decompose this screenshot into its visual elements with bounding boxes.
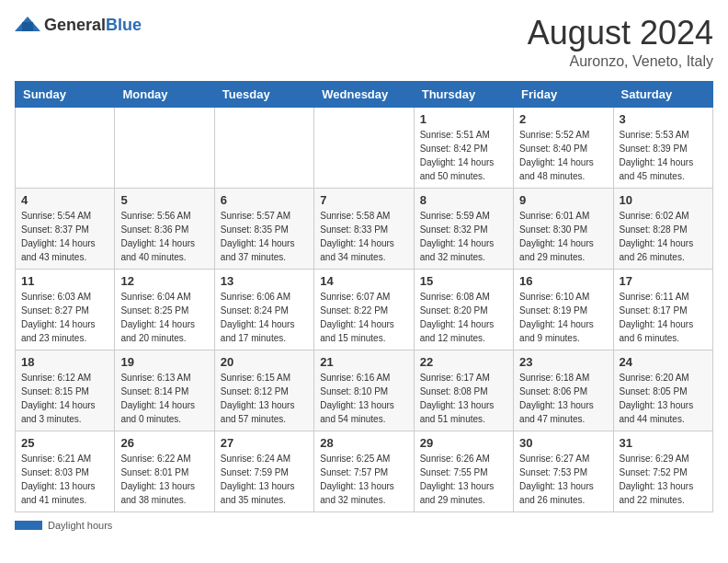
calendar-cell: 20Sunrise: 6:15 AM Sunset: 8:12 PM Dayli… <box>214 350 313 431</box>
day-number: 14 <box>320 274 407 288</box>
day-info: Sunrise: 6:07 AM Sunset: 8:22 PM Dayligh… <box>320 290 407 345</box>
calendar-cell: 1Sunrise: 5:51 AM Sunset: 8:42 PM Daylig… <box>414 107 513 188</box>
day-info: Sunrise: 6:06 AM Sunset: 8:24 PM Dayligh… <box>221 290 308 345</box>
day-info: Sunrise: 6:16 AM Sunset: 8:10 PM Dayligh… <box>320 371 407 426</box>
calendar-cell: 4Sunrise: 5:54 AM Sunset: 8:37 PM Daylig… <box>16 188 115 269</box>
day-info: Sunrise: 5:53 AM Sunset: 8:39 PM Dayligh… <box>620 128 707 183</box>
calendar-cell: 9Sunrise: 6:01 AM Sunset: 8:30 PM Daylig… <box>514 188 613 269</box>
logo: GeneralBlue <box>15 15 142 35</box>
calendar-cell: 8Sunrise: 5:59 AM Sunset: 8:32 PM Daylig… <box>414 188 513 269</box>
calendar-cell: 14Sunrise: 6:07 AM Sunset: 8:22 PM Dayli… <box>314 269 414 350</box>
day-number: 28 <box>320 436 407 450</box>
calendar-cell: 6Sunrise: 5:57 AM Sunset: 8:35 PM Daylig… <box>214 188 313 269</box>
calendar-cell <box>214 107 313 188</box>
day-number: 13 <box>221 274 308 288</box>
title-block: August 2024 Auronzo, Veneto, Italy <box>528 15 713 70</box>
day-info: Sunrise: 6:01 AM Sunset: 8:30 PM Dayligh… <box>519 209 607 264</box>
calendar-cell: 27Sunrise: 6:24 AM Sunset: 7:59 PM Dayli… <box>214 431 313 511</box>
day-number: 31 <box>620 436 707 450</box>
day-number: 26 <box>120 436 208 450</box>
calendar-cell: 15Sunrise: 6:08 AM Sunset: 8:20 PM Dayli… <box>414 269 513 350</box>
calendar-week-row: 25Sunrise: 6:21 AM Sunset: 8:03 PM Dayli… <box>16 431 713 511</box>
day-number: 2 <box>519 112 607 126</box>
calendar-cell: 23Sunrise: 6:18 AM Sunset: 8:06 PM Dayli… <box>514 350 613 431</box>
day-info: Sunrise: 6:27 AM Sunset: 7:53 PM Dayligh… <box>519 452 607 507</box>
day-info: Sunrise: 6:21 AM Sunset: 8:03 PM Dayligh… <box>21 452 108 507</box>
calendar-cell: 19Sunrise: 6:13 AM Sunset: 8:14 PM Dayli… <box>115 350 214 431</box>
day-info: Sunrise: 6:20 AM Sunset: 8:05 PM Dayligh… <box>620 371 707 426</box>
calendar-cell: 18Sunrise: 6:12 AM Sunset: 8:15 PM Dayli… <box>16 350 115 431</box>
day-info: Sunrise: 5:51 AM Sunset: 8:42 PM Dayligh… <box>420 128 507 183</box>
calendar-week-row: 1Sunrise: 5:51 AM Sunset: 8:42 PM Daylig… <box>16 107 713 188</box>
calendar-cell: 29Sunrise: 6:26 AM Sunset: 7:55 PM Dayli… <box>414 431 513 511</box>
day-number: 10 <box>620 193 707 207</box>
day-number: 5 <box>120 193 208 207</box>
day-number: 23 <box>519 355 607 369</box>
calendar-col-wednesday: Wednesday <box>314 81 414 107</box>
day-number: 17 <box>620 274 707 288</box>
day-info: Sunrise: 6:11 AM Sunset: 8:17 PM Dayligh… <box>620 290 707 345</box>
calendar-cell: 28Sunrise: 6:25 AM Sunset: 7:57 PM Dayli… <box>314 431 414 511</box>
calendar-col-saturday: Saturday <box>613 81 712 107</box>
calendar-cell: 24Sunrise: 6:20 AM Sunset: 8:05 PM Dayli… <box>613 350 712 431</box>
calendar-cell: 31Sunrise: 6:29 AM Sunset: 7:52 PM Dayli… <box>613 431 712 511</box>
day-info: Sunrise: 6:10 AM Sunset: 8:19 PM Dayligh… <box>519 290 607 345</box>
day-info: Sunrise: 5:56 AM Sunset: 8:36 PM Dayligh… <box>120 209 208 264</box>
calendar-table: SundayMondayTuesdayWednesdayThursdayFrid… <box>15 81 713 512</box>
calendar-cell: 22Sunrise: 6:17 AM Sunset: 8:08 PM Dayli… <box>414 350 513 431</box>
calendar-cell: 21Sunrise: 6:16 AM Sunset: 8:10 PM Dayli… <box>314 350 414 431</box>
day-number: 15 <box>420 274 507 288</box>
day-number: 4 <box>21 193 108 207</box>
calendar-col-monday: Monday <box>115 81 214 107</box>
logo-general: General <box>44 16 106 34</box>
calendar-cell: 16Sunrise: 6:10 AM Sunset: 8:19 PM Dayli… <box>514 269 613 350</box>
calendar-col-thursday: Thursday <box>414 81 513 107</box>
calendar-cell: 25Sunrise: 6:21 AM Sunset: 8:03 PM Dayli… <box>16 431 115 511</box>
calendar-cell <box>115 107 214 188</box>
day-info: Sunrise: 6:08 AM Sunset: 8:20 PM Dayligh… <box>420 290 507 345</box>
day-number: 21 <box>320 355 407 369</box>
day-number: 6 <box>221 193 308 207</box>
calendar-cell: 30Sunrise: 6:27 AM Sunset: 7:53 PM Dayli… <box>514 431 613 511</box>
day-number: 1 <box>420 112 507 126</box>
day-info: Sunrise: 6:15 AM Sunset: 8:12 PM Dayligh… <box>221 371 308 426</box>
day-number: 16 <box>519 274 607 288</box>
calendar-week-row: 18Sunrise: 6:12 AM Sunset: 8:15 PM Dayli… <box>16 350 713 431</box>
calendar-cell: 5Sunrise: 5:56 AM Sunset: 8:36 PM Daylig… <box>115 188 214 269</box>
daylight-bar-icon <box>15 521 42 530</box>
daylight-label: Daylight hours <box>48 520 112 531</box>
calendar-week-row: 4Sunrise: 5:54 AM Sunset: 8:37 PM Daylig… <box>16 188 713 269</box>
day-number: 11 <box>21 274 108 288</box>
calendar-cell: 17Sunrise: 6:11 AM Sunset: 8:17 PM Dayli… <box>613 269 712 350</box>
day-info: Sunrise: 6:17 AM Sunset: 8:08 PM Dayligh… <box>420 371 507 426</box>
calendar-cell: 10Sunrise: 6:02 AM Sunset: 8:28 PM Dayli… <box>613 188 712 269</box>
calendar-col-friday: Friday <box>514 81 613 107</box>
day-number: 30 <box>519 436 607 450</box>
calendar-week-row: 11Sunrise: 6:03 AM Sunset: 8:27 PM Dayli… <box>16 269 713 350</box>
calendar-cell <box>16 107 115 188</box>
day-number: 24 <box>620 355 707 369</box>
day-info: Sunrise: 5:58 AM Sunset: 8:33 PM Dayligh… <box>320 209 407 264</box>
location: Auronzo, Veneto, Italy <box>528 53 713 70</box>
day-number: 22 <box>420 355 507 369</box>
calendar-cell: 26Sunrise: 6:22 AM Sunset: 8:01 PM Dayli… <box>115 431 214 511</box>
day-number: 3 <box>620 112 707 126</box>
day-info: Sunrise: 5:52 AM Sunset: 8:40 PM Dayligh… <box>519 128 607 183</box>
calendar-cell: 7Sunrise: 5:58 AM Sunset: 8:33 PM Daylig… <box>314 188 414 269</box>
day-info: Sunrise: 6:04 AM Sunset: 8:25 PM Dayligh… <box>120 290 208 345</box>
calendar-cell: 3Sunrise: 5:53 AM Sunset: 8:39 PM Daylig… <box>613 107 712 188</box>
day-number: 7 <box>320 193 407 207</box>
day-number: 18 <box>21 355 108 369</box>
footer-note: Daylight hours <box>15 520 713 531</box>
day-info: Sunrise: 6:02 AM Sunset: 8:28 PM Dayligh… <box>620 209 707 264</box>
day-number: 25 <box>21 436 108 450</box>
svg-marker-1 <box>22 22 33 31</box>
day-info: Sunrise: 6:29 AM Sunset: 7:52 PM Dayligh… <box>620 452 707 507</box>
day-number: 29 <box>420 436 507 450</box>
month-year: August 2024 <box>528 15 713 52</box>
day-number: 20 <box>221 355 308 369</box>
day-info: Sunrise: 5:54 AM Sunset: 8:37 PM Dayligh… <box>21 209 108 264</box>
day-info: Sunrise: 6:25 AM Sunset: 7:57 PM Dayligh… <box>320 452 407 507</box>
calendar-cell: 12Sunrise: 6:04 AM Sunset: 8:25 PM Dayli… <box>115 269 214 350</box>
day-info: Sunrise: 6:22 AM Sunset: 8:01 PM Dayligh… <box>120 452 208 507</box>
